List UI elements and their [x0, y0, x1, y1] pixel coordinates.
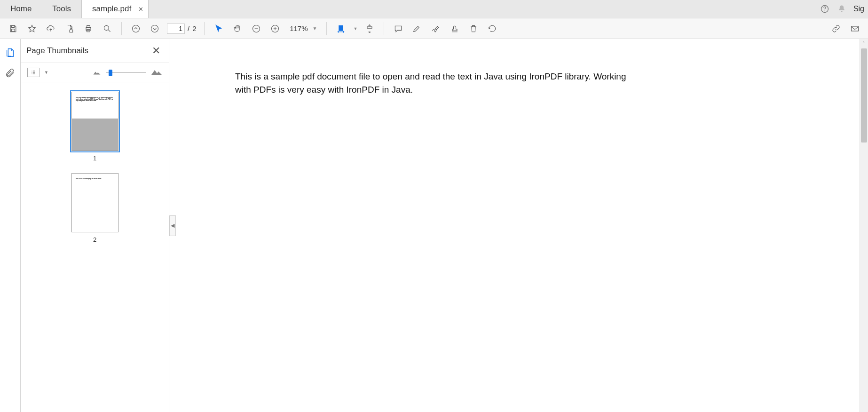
close-panel-icon[interactable]: ✕ — [149, 44, 163, 58]
thumbnail-size-slider[interactable] — [106, 70, 146, 75]
main-area: Page Thumbnails ✕ ▼ This is a sample pdf… — [0, 39, 868, 412]
fit-dropdown-icon[interactable]: ▼ — [351, 24, 359, 33]
scrollbar-thumb[interactable] — [861, 48, 867, 143]
print-icon[interactable] — [80, 20, 97, 37]
zoom-dropdown-icon[interactable]: ▼ — [311, 24, 319, 33]
svg-rect-2 — [12, 29, 15, 31]
attachments-panel-icon[interactable] — [4, 67, 16, 79]
page-number-input[interactable] — [167, 24, 185, 34]
main-toolbar: / 2 117% ▼ ▼ — [0, 18, 868, 39]
toolbar-separator — [384, 22, 384, 35]
thumbnail-options-icon[interactable] — [27, 68, 39, 77]
toolbar-separator — [121, 22, 122, 35]
stamp-icon[interactable] — [446, 20, 463, 37]
svg-point-6 — [104, 25, 109, 30]
document-viewport[interactable]: ◀ This is a sample pdf document file to … — [169, 39, 868, 412]
svg-rect-13 — [852, 26, 859, 31]
svg-rect-5 — [87, 29, 90, 32]
close-tab-icon[interactable]: ✕ — [138, 6, 143, 13]
thumbnail-preview-text: This is a sample pdf document file to op… — [76, 97, 114, 102]
thumbnails-panel: Page Thumbnails ✕ ▼ This is a sample pdf… — [21, 39, 169, 412]
page-up-icon[interactable] — [127, 20, 144, 37]
fit-width-icon[interactable] — [332, 20, 349, 37]
zoom-in-icon[interactable] — [267, 20, 284, 37]
svg-rect-12 — [367, 26, 372, 28]
help-icon[interactable] — [820, 4, 830, 14]
zoom-out-icon[interactable] — [248, 20, 265, 37]
notifications-icon[interactable] — [836, 4, 847, 14]
thumbnail-size-large-icon[interactable] — [151, 69, 162, 76]
highlight-icon[interactable] — [409, 20, 426, 37]
search-icon[interactable] — [99, 20, 116, 37]
scroll-mode-icon[interactable] — [361, 20, 378, 37]
svg-rect-11 — [339, 25, 343, 31]
svg-point-1 — [824, 11, 825, 11]
collapse-panel-handle[interactable]: ◀ — [169, 215, 176, 236]
thumbnail-size-small-icon[interactable] — [93, 69, 101, 76]
thumbnail-list: This is a sample pdf document file to op… — [21, 82, 169, 412]
page-total: 2 — [192, 24, 196, 32]
thumbnail-options-dropdown-icon[interactable]: ▼ — [44, 70, 48, 75]
toolbar-separator — [204, 22, 205, 35]
tab-home[interactable]: Home — [0, 0, 42, 18]
thumbnails-panel-icon[interactable] — [4, 47, 16, 59]
zoom-level-box: 117% ▼ — [287, 24, 319, 33]
thumbnail-preview-text: This is the second page of the PDF file. — [76, 178, 114, 180]
toolbar-separator — [326, 22, 327, 35]
svg-point-7 — [133, 25, 140, 32]
save-icon[interactable] — [5, 20, 22, 37]
share-link-icon[interactable] — [828, 20, 844, 37]
email-icon[interactable] — [846, 20, 863, 37]
hand-tool-icon[interactable] — [229, 20, 246, 37]
thumbnail-page-number: 1 — [93, 155, 96, 162]
page-number-box: / 2 — [167, 24, 197, 34]
tab-document-label: sample.pdf — [92, 4, 131, 14]
document-body-text: This is a sample pdf document file to op… — [169, 39, 654, 96]
upload-cloud-icon[interactable] — [42, 20, 59, 37]
delete-icon[interactable] — [465, 20, 482, 37]
left-rail — [0, 39, 21, 412]
thumbnails-panel-title: Page Thumbnails — [26, 46, 88, 55]
comment-icon[interactable] — [390, 20, 407, 37]
vertical-scrollbar[interactable]: ˄ — [860, 39, 868, 412]
thumbnail-page-2[interactable]: This is the second page of the PDF file.… — [71, 173, 118, 243]
selection-tool-icon[interactable] — [210, 20, 227, 37]
thumbnail-page-number: 2 — [93, 236, 96, 243]
tab-document[interactable]: sample.pdf ✕ — [81, 0, 149, 18]
app-tabbar: Home Tools sample.pdf ✕ Sig — [0, 0, 868, 18]
sign-icon[interactable] — [427, 20, 444, 37]
sign-in-label[interactable]: Sig — [853, 4, 864, 14]
svg-rect-3 — [70, 30, 73, 32]
scroll-up-icon[interactable]: ˄ — [860, 39, 868, 48]
rotate-icon[interactable] — [484, 20, 501, 37]
page-separator: / — [188, 24, 189, 32]
svg-point-8 — [151, 25, 158, 32]
tab-tools[interactable]: Tools — [42, 0, 81, 18]
zoom-value: 117% — [287, 24, 308, 32]
file-lock-icon[interactable] — [61, 20, 78, 37]
thumbnail-page-1[interactable]: This is a sample pdf document file to op… — [71, 92, 118, 162]
page-down-icon[interactable] — [146, 20, 163, 37]
star-icon[interactable] — [24, 20, 40, 37]
